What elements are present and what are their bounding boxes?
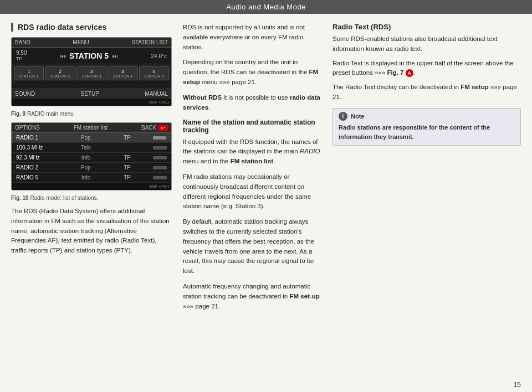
mid-para4: By default, automatic station tracking a…: [183, 217, 321, 276]
fm-row-5-type: Info: [75, 174, 97, 180]
fig9-prev-arrow: ⏮: [60, 53, 66, 59]
fig9-label: Fig. 9 RADIO main menu: [11, 110, 172, 118]
fig9-temp: 24.0°c: [151, 51, 167, 60]
preset-2[interactable]: 2 STATION 2: [45, 66, 75, 80]
mid-heading1: Name of the station and automatic statio…: [183, 118, 321, 134]
left-body-text: The RDS (Radio Data System) offers addit…: [11, 207, 172, 256]
right-para1: Some RDS-enabled stations also broadcast…: [332, 34, 521, 54]
fm-row-3-type: Info: [75, 154, 97, 161]
fig9-station-display: 9:50 TP ⏮ STATION 5 ⏭ 24.0°c: [12, 48, 171, 64]
fig10-code: BSF-d494: [12, 183, 171, 190]
note-icon: i: [339, 112, 347, 121]
preset-5[interactable]: 5 STATION 5: [139, 66, 169, 80]
fig9-presets: 1 STATION 1 2 STATION 2 3 STATION 3 4 ST…: [12, 64, 171, 81]
page-number: 15: [0, 379, 532, 392]
fm-row-3-name: 92.3 MHz: [16, 154, 55, 161]
fm-row-3-tp: TP: [117, 154, 131, 161]
fm-row-2-type: Talk: [75, 145, 97, 151]
middle-column: RDS is not supported by all units and is…: [183, 23, 321, 373]
preset-2-name: STATION 2: [46, 74, 74, 78]
fm-row-3-bar: [153, 156, 167, 159]
preset-4[interactable]: 4 STATION 4: [108, 66, 137, 80]
note-title: i Note: [339, 112, 515, 121]
fig9-next-arrow: ⏭: [112, 53, 118, 59]
left-column: RDS radio data services BAND MENU STATIO…: [11, 23, 172, 373]
fm-row-2-bar: [153, 146, 167, 149]
fig9-figure: BAND MENU STATION LIST 9:50 TP ⏮ STATION…: [11, 37, 172, 106]
fig9-tp: TP: [16, 56, 27, 61]
fig9-time-tp: 9:50 TP: [16, 50, 27, 61]
fig9-sound: SOUND: [15, 91, 35, 97]
fm-row-4-tp: TP: [117, 164, 131, 171]
fig9-menu: MENU: [73, 39, 89, 45]
preset-3[interactable]: 3 STATION 3: [76, 66, 106, 80]
fm-row-5-tp: TP: [117, 174, 131, 180]
preset-1-name: STATION 1: [15, 74, 43, 78]
fm-row-4-bar: [153, 166, 167, 169]
fm-row-1-type: Pop: [75, 135, 97, 141]
fig10-label: Fig. 10 Radio mode: list of stations.: [11, 194, 172, 202]
top-bar-title: Audio and Media Mode: [226, 3, 306, 11]
mid-fmsetup2: FM set-up: [289, 293, 319, 300]
mid-without-rds: Without RDS it is not possible to use ra…: [183, 93, 321, 113]
fig10-back-arrow: ↩: [158, 125, 168, 131]
right-para3: The Radio Text display can be deactivate…: [332, 82, 521, 102]
fm-row-1[interactable]: RADIO 1 Pop TP: [12, 133, 171, 143]
fig9-top-bar: BAND MENU STATION LIST: [12, 38, 171, 48]
fig9-station-list: STATION LIST: [131, 39, 168, 45]
fm-row-1-bar-fill: [153, 136, 166, 140]
right-heading: Radio Text (RDS): [332, 23, 521, 31]
preset-5-num: 5: [140, 69, 168, 74]
mid-fmsetup: FM setup: [183, 69, 318, 85]
right-para2-text: Radio Text is displayed in the upper hal…: [332, 60, 513, 76]
preset-1-num: 1: [15, 69, 43, 74]
preset-1[interactable]: 1 STATION 1: [14, 66, 44, 80]
fig10-fm-list: FM station list: [74, 125, 108, 131]
note-text: Radio stations are responsible for the c…: [339, 123, 515, 142]
mid-para5: Automatic frequency changing and automat…: [183, 282, 321, 311]
fm-row-5-name: RADIO 5: [16, 174, 55, 180]
right-column: Radio Text (RDS) Some RDS-enabled statio…: [332, 23, 521, 373]
mid-fm-station-list: FM station list: [231, 158, 273, 164]
fig9-bottom-bar: SOUND SETUP MANUAL: [12, 89, 171, 99]
mid-para3: FM radio stations may occasionally or co…: [183, 172, 321, 212]
preset-4-num: 4: [109, 69, 136, 74]
fig9-station-name: STATION 5: [69, 51, 109, 60]
right-fig7-ref: Fig. 7: [387, 69, 403, 76]
fm-row-1-name: RADIO 1: [16, 135, 55, 141]
content-area: RDS radio data services BAND MENU STATIO…: [0, 14, 532, 379]
mid-radio-italic: RADIO: [300, 148, 320, 154]
fig9-setup: SETUP: [81, 91, 99, 97]
fm-row-2[interactable]: 100.3 MHz Talk: [12, 143, 171, 153]
fm-row-5[interactable]: RADIO 5 Info TP: [12, 173, 171, 183]
fig9-caption: RADIO main menu: [27, 111, 74, 117]
fm-row-4-name: RADIO 2: [16, 164, 55, 171]
fm-row-4-type: Pop: [75, 164, 97, 171]
preset-4-name: STATION 4: [109, 74, 136, 78]
ref-a-badge: A: [406, 69, 413, 77]
fm-row-4[interactable]: RADIO 2 Pop TP: [12, 163, 171, 173]
fig10-top-bar: OPTIONS FM station list BACK ↩: [12, 123, 171, 133]
right-para2: Radio Text is displayed in the upper hal…: [332, 59, 521, 79]
fm-row-2-name: 100.3 MHz: [16, 145, 55, 151]
fm-row-1-bar: [153, 136, 167, 140]
section-title: RDS radio data services: [11, 23, 172, 32]
page-wrapper: Audio and Media Mode RDS radio data serv…: [0, 0, 532, 392]
note-text-bold: Radio stations are responsible for the c…: [339, 124, 490, 140]
fig9-label-strong: Fig. 9: [11, 111, 25, 117]
mid-para1: Depending on the country and the unit in…: [183, 58, 321, 87]
fig10-label-strong: Fig. 10: [11, 195, 29, 201]
fm-row-3[interactable]: 92.3 MHz Info TP: [12, 153, 171, 163]
mid-para2: If equipped with the RDS function, the n…: [183, 137, 321, 167]
mid-intro: RDS is not supported by all units and is…: [183, 23, 321, 52]
fig9-temp-val: 24.0°c: [151, 53, 167, 59]
preset-3-name: STATION 3: [78, 74, 105, 78]
fig9-arrows: ⏮ STATION 5 ⏭: [60, 51, 118, 60]
fig9-band: BAND: [15, 39, 30, 45]
fig9-manual: MANUAL: [145, 91, 168, 97]
top-bar: Audio and Media Mode: [0, 0, 532, 14]
preset-2-num: 2: [46, 69, 74, 74]
fig10-options: OPTIONS: [15, 125, 40, 131]
right-fmsetup: FM setup: [461, 84, 488, 90]
fig9-time: 9:50: [16, 50, 27, 56]
